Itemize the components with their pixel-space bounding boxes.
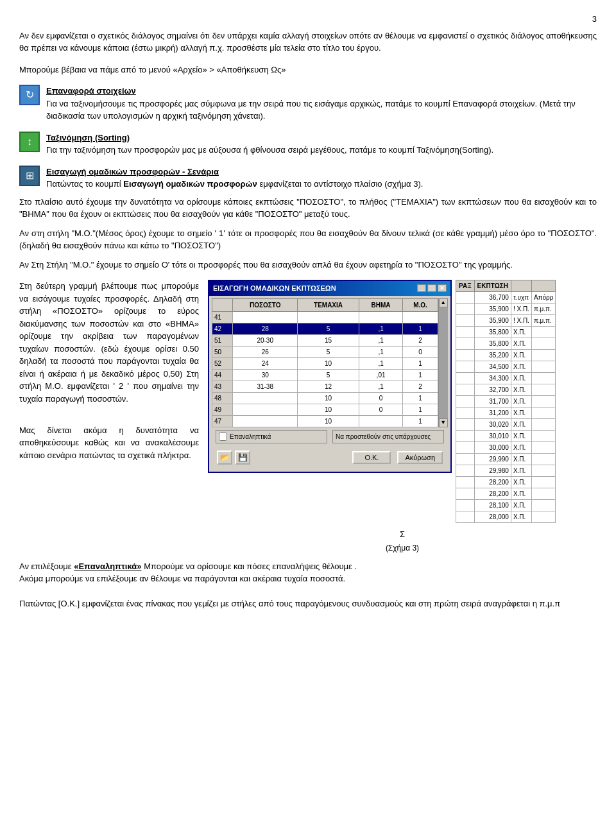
- col-pososto: ΠΟΣΟΣΤΟ: [232, 298, 297, 311]
- ekptosi: 34,300: [474, 373, 511, 384]
- ekptosi: 31,200: [474, 407, 511, 419]
- row-temaxia: 12: [298, 381, 359, 392]
- epanafora-text: Για να ταξινομήσουμε τις προσφορές μας σ…: [46, 99, 537, 108]
- figure-caption: (Σχήμα 3): [208, 542, 597, 554]
- eisagogi-text1-prefix: Πατώντας το κουμπί: [46, 179, 123, 189]
- ekptosi: 28,200: [474, 488, 511, 500]
- epanafora-icon: ↻: [19, 85, 40, 105]
- data-row: 34,500Χ.Π.: [456, 361, 556, 373]
- scroll-up-arrow[interactable]: ▲: [439, 298, 448, 307]
- unit: Χ.Π.: [511, 477, 531, 488]
- ekptosi: 35,800: [474, 327, 511, 338]
- dialog-footer: Επαναληπτικά Να προστεθούν στις υπάρχουσ…: [212, 427, 448, 446]
- note: [531, 488, 556, 500]
- ekptosi: 29,990: [474, 454, 511, 465]
- ekptosi: 36,700: [474, 292, 511, 304]
- rax: [456, 361, 475, 373]
- note: [531, 338, 556, 350]
- unit: Χ.Π.: [511, 396, 531, 407]
- unit: ! Χ.Π.: [511, 304, 531, 315]
- dialog-title-bar: ΕΙΣΑΓΩΓΗ ΟΜΑΔΙΚΩΝ ΕΚΠΤΩΣΕΩΝ _ □ ✕: [209, 281, 450, 296]
- unit: Χ.Π.: [511, 419, 531, 431]
- data-row: 34,300Χ.Π.: [456, 373, 556, 384]
- row-id: 44: [212, 369, 233, 381]
- data-row: 35,800Χ.Π.: [456, 327, 556, 338]
- data-row: 29,990Χ.Π.: [456, 454, 556, 465]
- dialog-row: 51 20-30 15 ,1 2: [212, 334, 438, 346]
- open-icon[interactable]: 📂: [217, 450, 232, 465]
- dialog-title: ΕΙΣΑΓΩΓΗ ΟΜΑΔΙΚΩΝ ΕΚΠΤΩΣΕΩΝ: [213, 283, 336, 294]
- scroll-down-arrow[interactable]: ▼: [439, 418, 448, 427]
- note-text: Να προστεθούν στις υπάρχουσες: [336, 433, 431, 440]
- row-mo: 1: [403, 357, 438, 369]
- data-row: 35,900! Χ.Π.π.μ.π.: [456, 304, 556, 315]
- row-vima: ,1: [359, 357, 403, 369]
- row-vima: [359, 311, 403, 323]
- row-temaxia: 5: [298, 323, 359, 334]
- data-row: 35,900! Χ.Π.π.μ.π.: [456, 315, 556, 327]
- dialog-row: 52 24 10 ,1 1: [212, 357, 438, 369]
- rax: [456, 327, 475, 338]
- section-taxinomisi: ↕ Ταξινόμηση (Sorting) Για την ταξινόμησ…: [19, 132, 597, 157]
- dialog-close-btn[interactable]: ✕: [438, 284, 447, 292]
- row-vima: [359, 415, 403, 427]
- note: [531, 384, 556, 396]
- col-ekptosi: ΕΚΠΤΩΣΗ: [474, 280, 511, 292]
- ekptosi: 31,700: [474, 396, 511, 407]
- dialog-row: 41: [212, 311, 438, 323]
- save-icon[interactable]: 💾: [235, 450, 250, 465]
- scroll-track[interactable]: [439, 307, 448, 418]
- eisagogi-content: Εισαγωγή ομαδικών προσφορών - Σενάρια Πα…: [46, 166, 597, 191]
- rax: [456, 454, 475, 465]
- epanaliptika-checkbox[interactable]: [219, 433, 227, 441]
- ekptosi: 35,900: [474, 315, 511, 327]
- row-mo: 1: [403, 415, 438, 427]
- col-id: [212, 298, 233, 311]
- dialog-table-header: ΠΟΣΟΣΤΟ ΤΕΜΑΧΙΑ ΒΗΜΑ Μ.Ο.: [212, 298, 438, 311]
- note: [531, 511, 556, 523]
- taxinomisi-content: Ταξινόμηση (Sorting) Για την ταξινόμηση …: [46, 132, 597, 157]
- taxinomisi-text: Για την ταξινόμηση των προσφορών μας με …: [46, 145, 493, 155]
- eisagogi-bold: Εισαγωγή ομαδικών προσφορών: [123, 179, 257, 189]
- row-id: 49: [212, 404, 233, 415]
- data-row: 30,020Χ.Π.: [456, 419, 556, 431]
- note: [531, 431, 556, 442]
- row-id: 50: [212, 346, 233, 357]
- row-vima: 0: [359, 392, 403, 404]
- note: [531, 396, 556, 407]
- dialog-maximize-btn[interactable]: □: [427, 284, 436, 292]
- data-row: 28,100Χ.Π.: [456, 500, 556, 511]
- ekptosi: 32,700: [474, 384, 511, 396]
- unit: Χ.Π.: [511, 373, 531, 384]
- unit: Χ.Π.: [511, 384, 531, 396]
- row-vima: ,1: [359, 381, 403, 392]
- row-id: 47: [212, 415, 233, 427]
- ekptosi: 28,000: [474, 511, 511, 523]
- row-id: 48: [212, 392, 233, 404]
- row-pososto: 28: [232, 323, 297, 334]
- rax: [456, 511, 475, 523]
- cancel-button[interactable]: Ακύρωση: [397, 451, 443, 464]
- rax: [456, 396, 475, 407]
- section-eisagogi: ⊞ Εισαγωγή ομαδικών προσφορών - Σενάρια …: [19, 166, 597, 271]
- dialog-minimize-btn[interactable]: _: [417, 284, 426, 292]
- unit: Χ.Π.: [511, 361, 531, 373]
- rax: [456, 384, 475, 396]
- rax: [456, 488, 475, 500]
- row-mo: [403, 311, 438, 323]
- right-column: ΕΙΣΑΓΩΓΗ ΟΜΑΔΙΚΩΝ ΕΚΠΤΩΣΕΩΝ _ □ ✕: [208, 280, 597, 554]
- taxinomisi-icon: ↕: [19, 132, 40, 152]
- epanafora-heading: Επαναφορά στοιχείων: [46, 86, 136, 96]
- row-pososto: [232, 404, 297, 415]
- dialog-scrollbar[interactable]: ▲ ▼: [438, 298, 448, 427]
- epanaliptika-link: Αν επιλέξουμε: [19, 561, 74, 571]
- unit: Χ.Π.: [511, 338, 531, 350]
- page-wrapper: 3 Αν δεν εμφανίζεται ο σχετικός διάλογος…: [19, 13, 597, 610]
- unit: Χ.Π.: [511, 350, 531, 361]
- bottom-p2: Ακόμα μπορούμε να επιλέξουμε αν θέλουμε …: [19, 572, 597, 585]
- note: [531, 477, 556, 488]
- ok-button[interactable]: Ο.Κ.: [352, 451, 391, 464]
- row-temaxia: 10: [298, 404, 359, 415]
- row-temaxia: 5: [298, 369, 359, 381]
- page-number: 3: [19, 13, 597, 26]
